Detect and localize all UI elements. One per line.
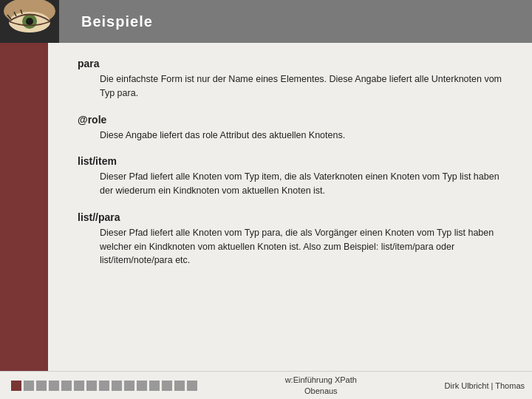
footer-square-6 — [86, 381, 97, 391]
footer-center-line1: w:Einführung XPath — [285, 375, 357, 384]
footer-squares — [11, 381, 197, 391]
main-content: para Die einfachste Form ist nur der Nam… — [48, 43, 532, 399]
footer-center-line2: Obenaus — [304, 386, 338, 395]
footer-square-3 — [49, 381, 59, 391]
page-title: Beispiele — [81, 13, 153, 30]
footer-square-5 — [74, 381, 84, 391]
footer-square-12 — [162, 381, 172, 391]
section-list-item-title: list/item — [78, 155, 510, 167]
section-list-item: list/item Dieser Pfad liefert alle Knote… — [78, 155, 510, 198]
section-list-item-body: Dieser Pfad liefert alle Knoten vom Typ … — [100, 170, 510, 198]
section-para: para Die einfachste Form ist nur der Nam… — [78, 58, 510, 100]
section-list-para: list//para Dieser Pfad liefert alle Knot… — [78, 211, 510, 267]
footer-square-10 — [137, 381, 147, 391]
footer-square-7 — [99, 381, 109, 391]
footer-square-dark — [11, 381, 21, 391]
eye-icon — [0, 0, 59, 43]
header: Beispiele — [0, 0, 532, 43]
footer-square-2 — [36, 381, 47, 391]
section-role-title: @role — [78, 114, 510, 126]
svg-point-4 — [26, 18, 33, 25]
section-list-para-title: list//para — [78, 211, 510, 223]
footer-right: Dirk Ulbricht | Thomas — [445, 381, 525, 390]
footer-square-11 — [149, 381, 160, 391]
footer-center: w:Einführung XPath Obenaus — [197, 375, 445, 396]
footer-square-8 — [112, 381, 122, 391]
section-role-body: Diese Angabe liefert das role Attribut d… — [100, 129, 510, 143]
section-role: @role Diese Angabe liefert das role Attr… — [78, 114, 510, 143]
footer-square-14 — [187, 381, 197, 391]
section-para-body: Die einfachste Form ist nur der Name ein… — [100, 72, 510, 100]
section-list-para-body: Dieser Pfad liefert alle Knoten vom Typ … — [100, 226, 510, 267]
footer-square-13 — [174, 381, 185, 391]
footer: w:Einführung XPath Obenaus Dirk Ulbricht… — [0, 371, 532, 399]
footer-square-9 — [124, 381, 134, 391]
section-para-title: para — [78, 58, 510, 69]
sidebar — [0, 43, 48, 399]
footer-square-1 — [24, 381, 34, 391]
header-eye-image — [0, 0, 59, 43]
footer-square-4 — [61, 381, 72, 391]
